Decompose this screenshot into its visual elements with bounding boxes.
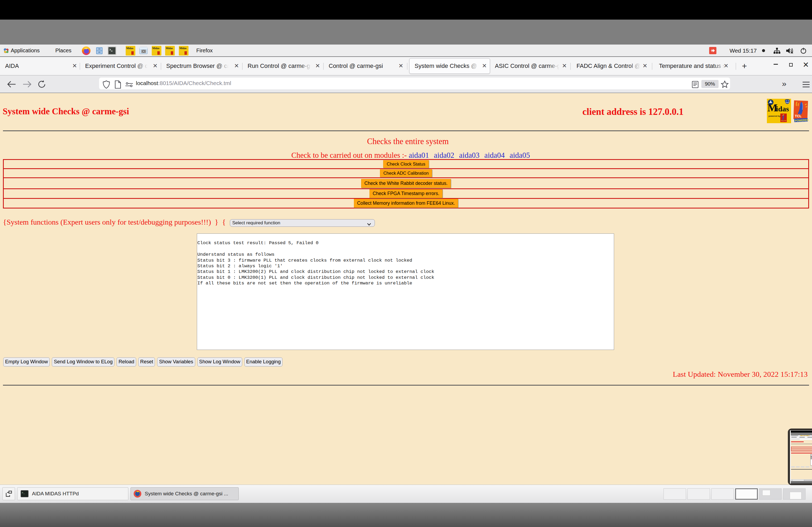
svg-text:idas: idas [776,105,789,113]
svg-text:TCL/TK: TCL/TK [781,120,786,122]
svg-text:powered by: powered by [768,115,781,117]
svg-text:>_: >_ [22,491,25,494]
svg-text:TCL: TCL [795,114,801,118]
svg-text:POWERED: POWERED [795,118,809,122]
